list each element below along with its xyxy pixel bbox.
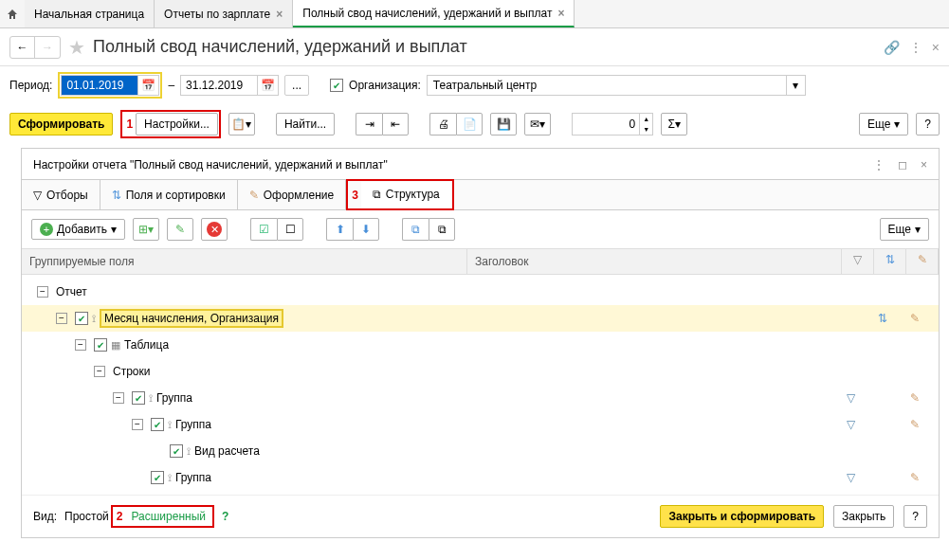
group-add-button[interactable]: ⊞▾: [133, 218, 159, 241]
row-checkbox[interactable]: [151, 471, 164, 484]
settings-tabs: ▽Отборы ⇅Поля и сортировки ✎Оформление 3…: [22, 179, 939, 210]
row-checkbox[interactable]: [75, 312, 88, 325]
calendar-icon[interactable]: 📅: [138, 75, 159, 96]
col-sort-icon[interactable]: ⇅: [874, 249, 906, 274]
sub-more-button[interactable]: Еще ▾: [880, 218, 929, 241]
period-start-input[interactable]: [61, 75, 138, 96]
tree-row-month-org[interactable]: −⟟Месяц начисления, Организация ⇅✎: [22, 305, 939, 332]
tab-structure[interactable]: ⧉Структура: [361, 182, 451, 208]
link-icon[interactable]: 🔗: [884, 40, 900, 55]
tree-row-group3[interactable]: ⟟Группа ▽✎: [22, 464, 939, 491]
dropdown-icon[interactable]: ▾: [786, 76, 805, 95]
spin-up[interactable]: ▲: [640, 114, 652, 124]
collapse-icon[interactable]: −: [37, 286, 48, 298]
copy-window-icon[interactable]: ⧉: [429, 218, 455, 241]
spin-input[interactable]: ▲▼: [572, 113, 653, 135]
org-select[interactable]: ▾: [427, 75, 806, 96]
tree-row-report[interactable]: −Отчет: [22, 279, 939, 305]
move-down-icon[interactable]: ⬇: [353, 218, 379, 241]
expand-icon[interactable]: ⇥: [356, 113, 382, 135]
filter-cell-icon[interactable]: ▽: [834, 418, 867, 431]
find-button[interactable]: Найти...: [276, 113, 335, 135]
form-button[interactable]: Сформировать: [9, 113, 113, 135]
tab-fields[interactable]: ⇅Поля и сортировки: [100, 180, 238, 209]
col-filter-icon[interactable]: ▽: [842, 249, 874, 274]
uncheck-all-icon[interactable]: ☐: [277, 218, 303, 241]
tab-format[interactable]: ✎Оформление: [238, 180, 346, 209]
save-icon[interactable]: 💾: [490, 113, 517, 135]
mail-icon[interactable]: ✉▾: [524, 113, 551, 135]
period-start-highlight: 📅: [58, 72, 162, 99]
nav-back[interactable]: ←: [10, 37, 35, 58]
col-brush-icon[interactable]: ✎: [906, 249, 939, 274]
brush-cell-icon[interactable]: ✎: [899, 391, 931, 405]
collapse-icon[interactable]: ⇤: [382, 113, 409, 135]
mode-extended[interactable]: Расширенный: [125, 508, 211, 525]
tree-row-rows[interactable]: −Строки: [22, 358, 939, 385]
move-up-icon[interactable]: ⬆: [326, 218, 353, 241]
delete-button[interactable]: ✕: [201, 218, 228, 241]
preview-icon[interactable]: 📄: [456, 113, 483, 135]
row-checkbox[interactable]: [94, 338, 107, 352]
close-button[interactable]: Закрыть: [833, 505, 894, 528]
filter-cell-icon[interactable]: ▽: [834, 391, 867, 405]
calendar-icon[interactable]: 📅: [258, 75, 279, 96]
period-end-input[interactable]: [180, 75, 258, 96]
nav-buttons: ← →: [9, 36, 61, 59]
table-icon: ▦: [111, 339, 120, 352]
filter-cell-icon[interactable]: ▽: [834, 471, 867, 484]
brush-cell-icon[interactable]: ✎: [899, 418, 931, 431]
maximize-icon[interactable]: ◻: [898, 158, 907, 172]
collapse-icon[interactable]: −: [94, 366, 105, 377]
org-checkbox[interactable]: [330, 79, 343, 92]
edit-button[interactable]: ✎: [167, 218, 193, 241]
tab-full-summary[interactable]: Полный свод начислений, удержаний и выпл…: [293, 0, 575, 27]
org-input[interactable]: [428, 76, 786, 95]
sigma-button[interactable]: Σ▾: [661, 113, 687, 135]
row-checkbox[interactable]: [151, 418, 164, 431]
row-checkbox[interactable]: [170, 444, 183, 458]
more-menu-icon[interactable]: ⋮: [909, 40, 922, 55]
help-button[interactable]: ?: [903, 505, 927, 528]
more-button[interactable]: Еще ▾: [859, 113, 908, 135]
row-checkbox[interactable]: [132, 391, 145, 405]
tab-filters[interactable]: ▽Отборы: [22, 180, 100, 209]
link-icon: ⟟: [92, 313, 96, 325]
print-icon[interactable]: 🖨: [429, 113, 456, 135]
nav-forward[interactable]: →: [35, 37, 60, 58]
close-icon[interactable]: ×: [276, 8, 283, 21]
tree-row-table[interactable]: −▦Таблица: [22, 332, 939, 358]
spin-value[interactable]: [573, 114, 639, 135]
tree-row-calc-type[interactable]: ⟟Вид расчета: [22, 438, 939, 464]
paste-settings-button[interactable]: 📋▾: [228, 113, 255, 135]
tab-home[interactable]: Начальная страница: [25, 0, 155, 27]
tree-row-group1[interactable]: −⟟Группа ▽✎: [22, 385, 939, 411]
help-icon[interactable]: ?: [222, 510, 228, 523]
help-button[interactable]: ?: [916, 113, 940, 135]
spin-down[interactable]: ▼: [640, 124, 652, 135]
sort-cell-icon[interactable]: ⇅: [867, 312, 899, 325]
check-all-icon[interactable]: ☑: [250, 218, 277, 241]
more-icon[interactable]: ⋮: [873, 158, 885, 172]
favorite-star-icon[interactable]: ★: [68, 36, 85, 59]
brush-cell-icon[interactable]: ✎: [899, 312, 931, 325]
tab-reports[interactable]: Отчеты по зарплате×: [155, 0, 293, 27]
collapse-icon[interactable]: −: [132, 419, 143, 430]
close-icon[interactable]: ×: [557, 7, 564, 20]
collapse-icon[interactable]: −: [56, 313, 67, 324]
sort-icon: ⇅: [112, 189, 121, 202]
close-icon[interactable]: ×: [932, 40, 940, 55]
panel-header: Настройки отчета "Полный свод начислений…: [22, 149, 939, 179]
collapse-icon[interactable]: −: [75, 339, 86, 351]
mode-simple[interactable]: Простой: [64, 510, 109, 523]
close-icon[interactable]: ×: [921, 158, 927, 172]
collapse-icon[interactable]: −: [113, 392, 124, 404]
brush-cell-icon[interactable]: ✎: [899, 471, 931, 484]
new-window-icon[interactable]: ⧉: [402, 218, 429, 241]
close-form-button[interactable]: Закрыть и сформировать: [660, 505, 824, 528]
tree-row-group2[interactable]: −⟟Группа ▽✎: [22, 411, 939, 438]
home-icon[interactable]: [0, 0, 25, 27]
period-dots-button[interactable]: ...: [284, 75, 309, 96]
settings-button[interactable]: Настройки...: [136, 113, 218, 135]
add-button[interactable]: +Добавить ▾: [31, 219, 125, 240]
